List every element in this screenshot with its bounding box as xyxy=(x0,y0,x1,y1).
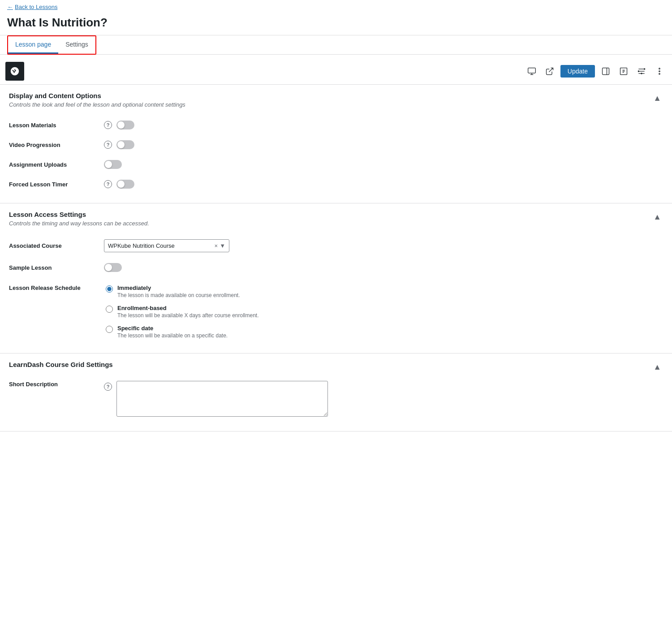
svg-rect-0 xyxy=(528,68,536,73)
svg-point-16 xyxy=(659,68,660,69)
edit-button[interactable] xyxy=(616,64,631,78)
display-section-collapse-icon[interactable]: ▲ xyxy=(651,92,663,105)
display-content-section: Display and Content Options Controls the… xyxy=(0,85,672,203)
back-to-lessons-link[interactable]: ← Back to Lessons xyxy=(0,0,65,14)
svg-point-18 xyxy=(659,73,660,75)
radio-immediately-input[interactable] xyxy=(106,285,113,293)
lesson-materials-help-icon[interactable]: ? xyxy=(104,121,112,129)
svg-point-15 xyxy=(641,73,642,74)
video-progression-toggle[interactable] xyxy=(116,140,134,149)
radio-enrollment-desc: The lesson will be available X days afte… xyxy=(117,312,259,319)
svg-point-14 xyxy=(638,70,639,72)
back-arrow-icon: ← xyxy=(7,4,13,10)
video-progression-row: Video Progression ? xyxy=(9,135,663,155)
assignment-uploads-label: Assignment Uploads xyxy=(9,161,99,168)
radio-specific-date-input[interactable] xyxy=(106,326,113,333)
sidebar-toggle-button[interactable] xyxy=(599,64,613,78)
tools-button[interactable] xyxy=(634,64,649,78)
clear-course-icon[interactable]: × xyxy=(215,242,218,249)
video-progression-label: Video Progression xyxy=(9,142,99,148)
radio-specific-date-label: Specific date xyxy=(117,325,228,332)
grid-section-collapse-icon[interactable]: ▲ xyxy=(651,361,663,374)
video-progression-help-icon[interactable]: ? xyxy=(104,141,112,149)
short-description-label: Short Description xyxy=(9,381,99,388)
radio-immediately-label: Immediately xyxy=(117,285,240,291)
access-section-description: Controls the timing and way lessons can … xyxy=(9,220,149,227)
radio-specific-date-desc: The lesson will be available on a specif… xyxy=(117,332,228,339)
svg-rect-4 xyxy=(603,68,609,75)
more-options-button[interactable] xyxy=(652,64,667,78)
radio-immediately-desc: The lesson is made available on course e… xyxy=(117,292,240,298)
course-grid-section: LearnDash Course Grid Settings ▲ Short D… xyxy=(0,354,672,431)
page-title: What Is Nutrition? xyxy=(0,14,672,35)
release-schedule-options: Immediately The lesson is made available… xyxy=(106,285,259,339)
access-section-collapse-icon[interactable]: ▲ xyxy=(651,211,663,224)
short-description-textarea[interactable] xyxy=(116,381,328,417)
short-description-row: Short Description ? xyxy=(9,374,663,422)
desktop-view-button[interactable] xyxy=(525,64,539,78)
short-description-help-icon[interactable]: ? xyxy=(104,383,112,391)
wp-logo xyxy=(5,62,24,81)
release-schedule-row: Lesson Release Schedule Immediately The … xyxy=(9,277,663,344)
svg-point-17 xyxy=(659,71,660,72)
associated-course-row: Associated Course WPKube Nutrition Cours… xyxy=(9,234,663,258)
settings-page: Display and Content Options Controls the… xyxy=(0,85,672,431)
radio-specific-date: Specific date The lesson will be availab… xyxy=(106,325,259,339)
update-button[interactable]: Update xyxy=(560,65,595,78)
dropdown-chevron-icon: ▼ xyxy=(220,242,225,249)
svg-point-13 xyxy=(644,68,645,69)
radio-immediately: Immediately The lesson is made available… xyxy=(106,285,259,298)
assignment-uploads-row: Assignment Uploads xyxy=(9,155,663,174)
forced-lesson-timer-row: Forced Lesson Timer ? xyxy=(9,174,663,194)
lesson-materials-row: Lesson Materials ? xyxy=(9,115,663,135)
access-section-title: Lesson Access Settings xyxy=(9,211,149,218)
assignment-uploads-toggle[interactable] xyxy=(104,160,122,169)
forced-lesson-timer-help-icon[interactable]: ? xyxy=(104,180,112,188)
release-schedule-label: Lesson Release Schedule xyxy=(9,285,99,291)
display-section-title: Display and Content Options xyxy=(9,92,185,99)
tab-settings[interactable]: Settings xyxy=(58,36,95,54)
access-settings-section: Lesson Access Settings Controls the timi… xyxy=(0,203,672,354)
associated-course-label: Associated Course xyxy=(9,242,99,249)
grid-section-title: LearnDash Course Grid Settings xyxy=(9,361,113,368)
radio-enrollment-input[interactable] xyxy=(106,306,113,313)
lesson-materials-toggle[interactable] xyxy=(116,121,134,129)
forced-lesson-timer-toggle[interactable] xyxy=(116,180,134,189)
display-section-description: Controls the look and feel of the lesson… xyxy=(9,101,185,108)
tab-lesson-page[interactable]: Lesson page xyxy=(8,36,58,54)
external-link-button[interactable] xyxy=(543,64,557,78)
sample-lesson-label: Sample Lesson xyxy=(9,264,99,271)
associated-course-select[interactable]: WPKube Nutrition Course × ▼ xyxy=(104,239,229,252)
sample-lesson-toggle[interactable] xyxy=(104,263,122,272)
forced-lesson-timer-label: Forced Lesson Timer xyxy=(9,181,99,188)
radio-enrollment-based: Enrollment-based The lesson will be avai… xyxy=(106,305,259,319)
sample-lesson-row: Sample Lesson xyxy=(9,258,663,277)
svg-line-3 xyxy=(549,68,553,72)
editor-toolbar: Update xyxy=(0,58,672,85)
lesson-materials-label: Lesson Materials xyxy=(9,122,99,129)
radio-enrollment-label: Enrollment-based xyxy=(117,305,259,311)
